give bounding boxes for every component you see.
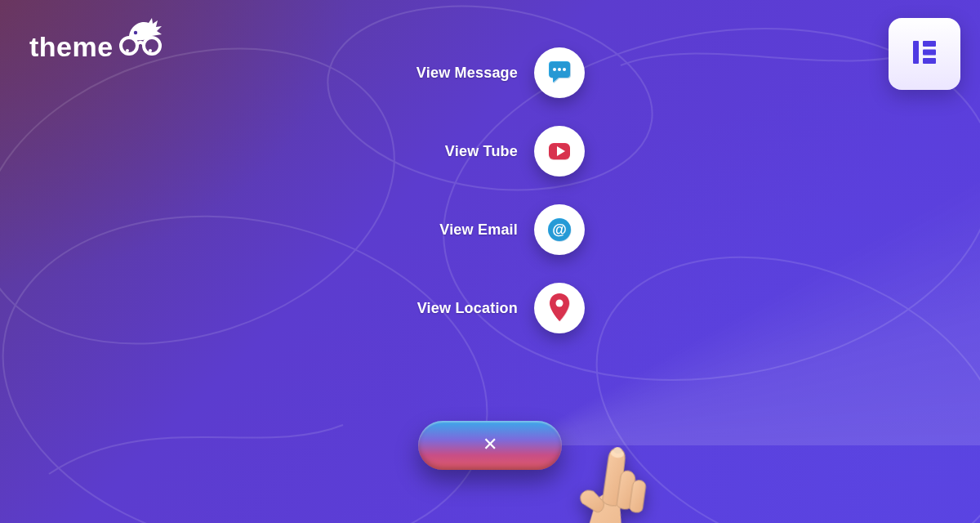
youtube-icon (534, 126, 585, 177)
svg-point-15 (558, 68, 561, 71)
menu-item-location[interactable]: View Location (395, 283, 585, 333)
svg-text:@: @ (552, 221, 567, 238)
svg-point-16 (563, 68, 566, 71)
svg-point-14 (553, 68, 556, 71)
floating-menu: View Message View Tube (395, 47, 585, 333)
menu-item-label: View Message (395, 65, 518, 82)
menu-item-message[interactable]: View Message (395, 47, 585, 98)
menu-item-label: View Email (395, 221, 518, 239)
menu-item-email[interactable]: View Email @ (395, 204, 585, 255)
elementor-icon (905, 33, 944, 75)
pin-icon (534, 283, 585, 333)
elementor-badge (889, 18, 960, 90)
svg-rect-11 (923, 41, 936, 47)
chat-icon (534, 47, 585, 98)
svg-rect-10 (913, 41, 919, 64)
brand-text: theme (29, 31, 114, 63)
brand-logo: theme (29, 31, 163, 63)
menu-item-tube[interactable]: View Tube (395, 126, 585, 177)
brand-hedgehog-icon (124, 18, 162, 46)
at-icon: @ (534, 204, 585, 255)
menu-item-label: View Location (395, 300, 518, 317)
svg-point-7 (126, 49, 129, 52)
stage: theme (0, 0, 980, 523)
svg-rect-12 (923, 50, 936, 56)
close-icon: ✕ (483, 436, 497, 454)
svg-point-8 (149, 49, 152, 52)
svg-rect-13 (923, 58, 936, 64)
svg-point-9 (134, 31, 137, 34)
svg-point-22 (556, 300, 564, 307)
menu-item-label: View Tube (395, 143, 518, 160)
